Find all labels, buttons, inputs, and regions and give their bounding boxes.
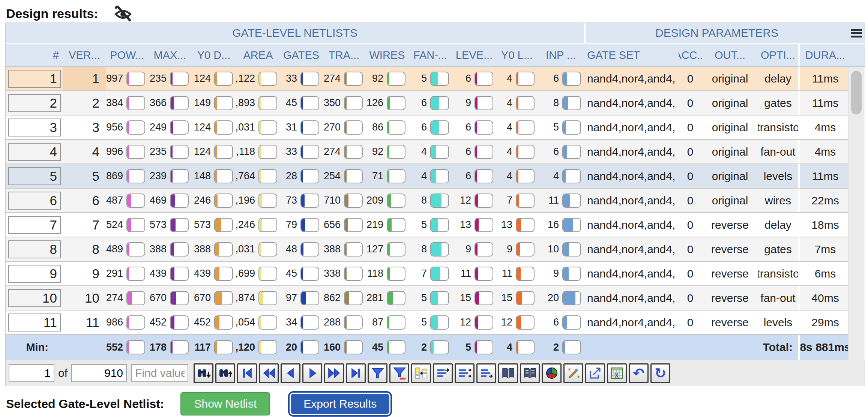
- first-page-button[interactable]: [237, 363, 257, 383]
- wires-bar: [387, 145, 405, 159]
- tra-bar: [344, 120, 363, 135]
- row-number-input[interactable]: 2: [8, 94, 61, 112]
- fan-bar: [430, 218, 449, 232]
- table-row[interactable]: 11119864524522,0543428887512126nand4,nor…: [6, 310, 850, 335]
- table-row[interactable]: 221,3843661492,893453501266948nand4,nor4…: [6, 91, 850, 116]
- cell-opti: fan-out: [758, 286, 798, 310]
- area-bar: [258, 145, 277, 159]
- report-detailed-button[interactable]: [520, 363, 540, 383]
- table-row[interactable]: 119972351242,12233274925646nand4,nor4,an…: [6, 67, 850, 91]
- table-row[interactable]: 558692391481,76428254714644nand4,nor4,an…: [6, 164, 850, 189]
- wizard-button[interactable]: [563, 363, 583, 383]
- cell-y0d: 124: [192, 116, 236, 139]
- column-header-dura[interactable]: DURA...: [800, 44, 850, 66]
- bars-arrow-double-icon: [458, 366, 472, 380]
- total-label: Total:: [702, 335, 798, 360]
- export-results-button[interactable]: Export Results: [290, 393, 390, 415]
- cell-dura: 11ms: [800, 67, 850, 90]
- gates-bar: [300, 120, 319, 135]
- find-prev-button[interactable]: [215, 363, 235, 383]
- row-number-input[interactable]: 7: [8, 216, 61, 234]
- export-table-button[interactable]: X: [607, 363, 627, 383]
- compare-columns-button[interactable]: [411, 363, 431, 383]
- total-pages-input[interactable]: [71, 364, 127, 382]
- max-bar: [170, 218, 189, 232]
- visibility-off-icon[interactable]: [113, 5, 133, 22]
- cell-opti: transisto: [758, 262, 798, 285]
- chart-button[interactable]: [542, 363, 562, 383]
- find-next-button[interactable]: [194, 363, 213, 383]
- show-netlist-button[interactable]: Show Netlist: [180, 392, 270, 416]
- shift-rows-button[interactable]: [433, 363, 453, 383]
- table-row[interactable]: 10103,2746706706,874978622815151520nand4…: [6, 286, 850, 310]
- vertical-scrollbar[interactable]: [848, 67, 864, 360]
- column-header-opti[interactable]: OPTI...: [758, 44, 798, 66]
- row-number-input[interactable]: 5: [8, 167, 61, 185]
- column-header-fan[interactable]: FAN-...: [408, 44, 452, 66]
- table-row[interactable]: 772,5245735735,246796562195131316nand4,n…: [6, 213, 850, 237]
- cell-gate_set: nand4,nor4,and4,: [584, 262, 679, 285]
- row-number-input[interactable]: 9: [8, 265, 61, 283]
- row-number-input[interactable]: 3: [8, 118, 61, 136]
- column-header-y0d[interactable]: Y0 D...: [192, 44, 236, 66]
- column-header-wires[interactable]: WIRES: [366, 44, 408, 66]
- column-header-y0l[interactable]: Y0 L...: [496, 44, 538, 66]
- find-value-input[interactable]: [131, 364, 188, 382]
- last-page-button[interactable]: [346, 363, 366, 383]
- area-value: 2,122: [236, 73, 255, 84]
- tra-value: 388: [324, 243, 341, 255]
- cell-leve: 6: [452, 116, 496, 139]
- row-number-input[interactable]: 4: [8, 143, 61, 161]
- prev-page-button[interactable]: [281, 363, 300, 383]
- row-number-input[interactable]: 10: [8, 289, 61, 307]
- table-row[interactable]: 662,4874692465,19673710209812711nand4,no…: [6, 189, 850, 213]
- undo-button[interactable]: ↶: [629, 363, 649, 383]
- next-page-button[interactable]: [302, 363, 322, 383]
- current-page-input[interactable]: [9, 364, 54, 382]
- column-header-gates[interactable]: GATES: [280, 44, 322, 66]
- align-rows-button[interactable]: [476, 363, 496, 383]
- merge-rows-button[interactable]: [455, 363, 475, 383]
- inp-bar: [562, 218, 581, 232]
- gates-value: 31: [286, 122, 297, 133]
- row-number-input[interactable]: 6: [8, 192, 61, 210]
- refresh-button[interactable]: ↻: [650, 363, 670, 383]
- y0l-value: 13: [501, 219, 512, 231]
- fast-forward-button[interactable]: [324, 363, 344, 383]
- column-header-num[interactable]: #: [6, 44, 63, 66]
- row-number-input[interactable]: 8: [8, 240, 61, 258]
- column-header-gate_set[interactable]: GATE SET: [584, 44, 679, 66]
- table-row[interactable]: 449962351242,11833274924646nand4,nor4,an…: [6, 140, 850, 164]
- gates-value: 97: [286, 292, 297, 304]
- column-header-area[interactable]: AREA: [236, 44, 280, 66]
- column-header-ver[interactable]: VER...: [63, 44, 106, 66]
- y0l-bar: [516, 194, 535, 208]
- cell-area: 2,122: [236, 67, 280, 90]
- scrollbar-thumb[interactable]: [851, 71, 862, 114]
- table-row[interactable]: 991,2914394392,69945338118711119nand4,no…: [6, 262, 850, 286]
- cell-inp: 2: [538, 335, 584, 360]
- area-bar: [258, 218, 277, 232]
- cell-area: 2,118: [236, 140, 280, 164]
- cell-y0l: 4: [496, 116, 538, 139]
- table-row[interactable]: 339562491242,03131270866645nand4,nor4,an…: [6, 116, 850, 140]
- column-header-tra[interactable]: TRA...: [322, 44, 366, 66]
- table-row[interactable]: 881,4893883883,0314838812789910nand4,nor…: [6, 237, 850, 262]
- y0d-value: 573: [194, 219, 211, 231]
- remove-filter-button[interactable]: [389, 363, 409, 383]
- cell-gates: 20: [280, 335, 322, 360]
- menu-icon[interactable]: [851, 27, 862, 39]
- report-button[interactable]: [498, 363, 518, 383]
- column-header-acc[interactable]: ACC...: [679, 44, 702, 66]
- filter-button[interactable]: [368, 363, 387, 383]
- fast-rewind-button[interactable]: [259, 363, 279, 383]
- export-view-button[interactable]: [585, 363, 605, 383]
- column-header-pow[interactable]: POW...: [106, 44, 148, 66]
- row-number-input[interactable]: 1: [8, 70, 61, 88]
- column-header-max[interactable]: MAX...: [148, 44, 192, 66]
- column-header-out[interactable]: OUT...: [702, 44, 758, 66]
- column-header-inp[interactable]: INP ...: [538, 44, 584, 66]
- column-header-leve[interactable]: LEVE...: [452, 44, 496, 66]
- inp-bar: [562, 340, 581, 354]
- row-number-input[interactable]: 11: [8, 314, 61, 332]
